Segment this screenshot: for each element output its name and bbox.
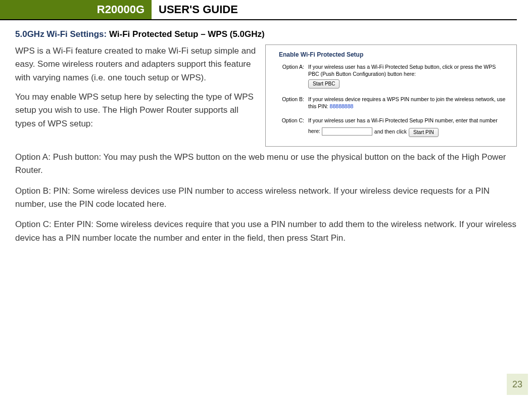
start-pin-button[interactable]: Start PIN xyxy=(409,128,439,137)
section-title: 5.0GHz Wi-Fi Settings: Wi-Fi Protected S… xyxy=(15,29,517,39)
wps-and-then-text: and then click xyxy=(374,128,407,135)
wps-pin-input[interactable] xyxy=(322,127,372,136)
wps-option-c: Option C: If your wireless user has a Wi… xyxy=(279,117,507,137)
wps-option-a-text: If your wireless user has a Wi-Fi Protec… xyxy=(308,64,496,77)
intro-p1: WPS is a Wi-Fi feature created to make W… xyxy=(15,45,256,84)
option-a-para: Option A: Push button: You may push the … xyxy=(15,151,517,177)
wps-option-b-label: Option B: xyxy=(279,96,308,110)
wps-pin-value: 88888888 xyxy=(330,103,354,109)
intro-p2: You may enable WPS setup here by selecti… xyxy=(15,91,256,130)
start-pbc-button[interactable]: Start PBC xyxy=(308,79,340,88)
section-suffix: Wi-Fi Protected Setup – WPS (5.0GHz) xyxy=(109,29,265,39)
doc-title: USER'S GUIDE xyxy=(152,0,238,19)
wps-option-c-label: Option C: xyxy=(279,117,308,137)
wps-option-a: Option A: If your wireless user has a Wi… xyxy=(279,63,507,88)
wps-option-b: Option B: If your wireless device requir… xyxy=(279,96,507,110)
wps-option-a-label: Option A: xyxy=(279,63,308,88)
page-content: 5.0GHz Wi-Fi Settings: Wi-Fi Protected S… xyxy=(0,20,532,245)
wps-screenshot: Enable Wi-Fi Protected Setup Option A: I… xyxy=(265,45,517,147)
option-b-para: Option B: PIN: Some wireless devices use… xyxy=(15,185,517,211)
intro-text: WPS is a Wi-Fi feature created to make W… xyxy=(15,45,256,147)
page-number: 23 xyxy=(507,374,528,395)
doc-header: R20000G USER'S GUIDE xyxy=(0,0,517,20)
section-prefix: 5.0GHz Wi-Fi Settings: xyxy=(15,29,107,39)
wps-heading: Enable Wi-Fi Protected Setup xyxy=(279,51,507,58)
model-badge: R20000G xyxy=(0,0,152,19)
option-c-para: Option C: Enter PIN: Some wireless devic… xyxy=(15,218,517,245)
option-descriptions: Option A: Push button: You may push the … xyxy=(15,151,517,245)
